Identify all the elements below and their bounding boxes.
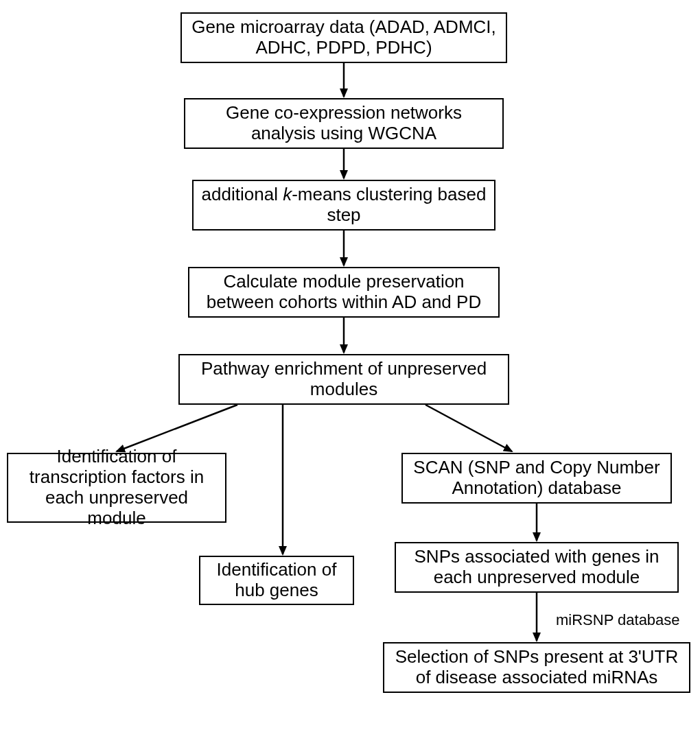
node-text: Identification of transcription factors … — [15, 447, 218, 529]
node-text: SNPs associated with genes in each unpre… — [403, 547, 670, 588]
node-snps-3utr-mirna: Selection of SNPs present at 3'UTR of di… — [383, 642, 690, 693]
node-gene-microarray: Gene microarray data (ADAD, ADMCI, ADHC,… — [180, 12, 507, 63]
label-mirsnp-db: miRSNP database — [556, 611, 680, 629]
arrow-n5-n6 — [117, 405, 237, 451]
node-text: additional k-means clustering based step — [200, 185, 487, 226]
node-kmeans: additional k-means clustering based step — [192, 180, 495, 231]
node-pathway-enrichment: Pathway enrichment of unpreserved module… — [178, 354, 509, 405]
node-snps-associated: SNPs associated with genes in each unpre… — [395, 542, 679, 593]
node-text: Gene co-expression networks analysis usi… — [192, 103, 495, 144]
node-text: Gene microarray data (ADAD, ADMCI, ADHC,… — [189, 17, 499, 58]
node-text: Identification of hub genes — [207, 560, 346, 601]
node-text: Pathway enrichment of unpreserved module… — [187, 359, 501, 400]
arrow-n5-n8 — [425, 405, 512, 451]
node-text: Calculate module preservation between co… — [196, 272, 491, 313]
node-transcription-factors: Identification of transcription factors … — [7, 453, 226, 523]
node-scan-db: SCAN (SNP and Copy Number Annotation) da… — [401, 453, 672, 504]
node-text: Selection of SNPs present at 3'UTR of di… — [391, 647, 682, 688]
node-hub-genes: Identification of hub genes — [199, 556, 354, 605]
node-text: SCAN (SNP and Copy Number Annotation) da… — [410, 458, 664, 499]
node-wgcna: Gene co-expression networks analysis usi… — [184, 98, 504, 149]
node-module-preservation: Calculate module preservation between co… — [188, 267, 500, 318]
flowchart-canvas: Gene microarray data (ADAD, ADMCI, ADHC,… — [0, 0, 700, 732]
